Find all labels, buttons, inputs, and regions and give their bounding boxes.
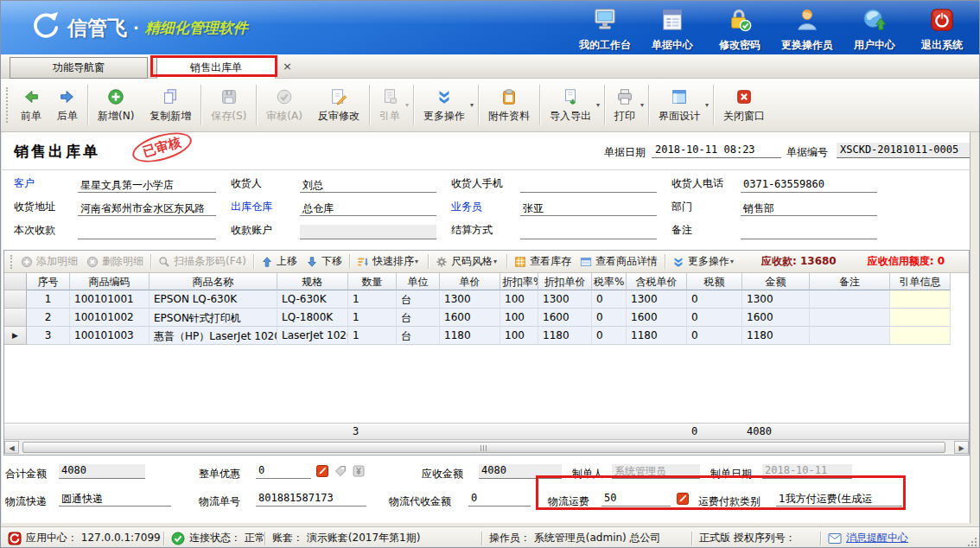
column-header[interactable]: 数量 — [348, 273, 397, 290]
column-header[interactable]: 单位 — [397, 273, 440, 290]
order-discount-field[interactable]: 0 — [256, 464, 311, 479]
table-cell[interactable]: 1 — [348, 290, 397, 309]
column-header[interactable]: 折扣率% — [500, 273, 538, 290]
cod-amount-field[interactable]: 0 — [468, 492, 531, 507]
nav-user-center[interactable]: 用户中心 — [841, 7, 908, 53]
copy-add-button[interactable]: 复制新增 — [142, 79, 199, 131]
table-cell[interactable]: 1600 — [440, 309, 500, 327]
edit-discount-icon[interactable] — [316, 465, 328, 477]
column-header[interactable]: 引单信息 — [890, 273, 951, 290]
table-row[interactable]: 2100101002EPSON针式打印机LQ-1800K1台1600100160… — [4, 309, 969, 327]
receivable-amount-field[interactable]: 4080 — [479, 464, 562, 479]
add-detail-button[interactable]: 添加明细 — [16, 254, 82, 269]
table-cell[interactable]: 1300 — [742, 290, 810, 309]
status-message-center[interactable]: 消息提醒中心 — [821, 527, 915, 548]
currency-icon[interactable] — [353, 465, 365, 477]
table-cell[interactable]: 0 — [687, 327, 742, 345]
column-header[interactable]: 序号 — [27, 273, 70, 290]
column-header[interactable]: 含税单价 — [627, 273, 687, 290]
tab-function-nav[interactable]: 功能导航窗 — [10, 57, 148, 79]
import-export-button[interactable]: 导入导出 — [542, 87, 599, 124]
tag-icon[interactable] — [334, 465, 347, 477]
grid-more-actions-button[interactable]: 更多操作 ▾ — [668, 254, 741, 269]
table-cell[interactable]: 1 — [348, 309, 397, 327]
table-cell[interactable]: 0 — [687, 290, 742, 309]
view-product-detail-button[interactable]: 查看商品详情 — [576, 254, 662, 269]
table-cell[interactable]: 100101003 — [70, 327, 150, 345]
doc-date-field[interactable]: 2018-10-11 08:23 — [652, 143, 781, 158]
table-cell[interactable]: 0 — [592, 309, 627, 327]
tracking-no-field[interactable]: 801881587173 — [256, 492, 366, 507]
scrollbar-track[interactable] — [19, 441, 954, 454]
nav-document-center[interactable]: 单据中心 — [639, 7, 706, 53]
horizontal-scrollbar[interactable]: ◀ ▶ — [4, 440, 969, 455]
table-cell[interactable] — [890, 290, 951, 309]
table-row[interactable]: 1100101001EPSON LQ-630KLQ-630K1台13001001… — [4, 290, 969, 309]
table-cell[interactable]: 1300 — [627, 290, 687, 309]
table-cell[interactable]: 100101002 — [70, 309, 150, 327]
dropdown-caret[interactable]: ▾ — [493, 258, 497, 265]
edit-freight-icon[interactable] — [677, 493, 689, 505]
scan-barcode-button[interactable]: 扫描条形码(F4) — [154, 254, 251, 269]
table-cell[interactable]: 3 — [27, 327, 70, 345]
table-cell[interactable]: EPSON LQ-630K — [150, 290, 277, 309]
column-header[interactable]: 税率% — [592, 273, 627, 290]
nav-change-password[interactable]: 修改密码 — [706, 7, 773, 53]
nav-exit-system[interactable]: 退出系统 — [908, 7, 976, 53]
table-cell[interactable]: 1600 — [742, 309, 810, 327]
dropdown-caret[interactable]: ▾ — [470, 101, 474, 109]
table-cell[interactable]: 1 — [27, 290, 70, 309]
table-cell[interactable]: 100 — [500, 309, 538, 327]
table-cell[interactable] — [890, 309, 951, 327]
table-cell[interactable] — [810, 290, 890, 309]
table-cell[interactable]: 100101001 — [70, 290, 150, 309]
freight-pay-type-field[interactable]: 1我方付运费(生成运 — [776, 492, 902, 507]
close-window-button[interactable]: 关闭窗口 — [716, 79, 773, 131]
column-header[interactable]: 金额 — [742, 273, 810, 290]
toolbar-drag-handle[interactable] — [6, 87, 9, 123]
table-cell[interactable]: LQ-1800K — [277, 309, 348, 327]
column-header[interactable]: 规格 — [277, 273, 348, 290]
table-cell[interactable]: 0 — [687, 309, 742, 327]
nav-switch-operator[interactable]: 更换操作员 — [773, 7, 841, 53]
table-cell[interactable]: 1300 — [538, 290, 592, 309]
table-row[interactable]: ▶3100101003惠普（HP）LaserJet 1020LaserJet 1… — [4, 327, 969, 345]
scroll-right-arrow[interactable]: ▶ — [954, 441, 969, 454]
table-cell[interactable]: 1300 — [440, 290, 500, 309]
next-doc-button[interactable]: 后单 — [49, 79, 86, 131]
table-cell[interactable]: 1180 — [440, 327, 500, 345]
table-cell[interactable]: 1600 — [627, 309, 687, 327]
total-amount-field[interactable]: 4080 — [59, 464, 145, 479]
table-cell[interactable]: 1180 — [627, 327, 687, 345]
size-style-button[interactable]: 尺码风格 ▾ — [431, 254, 504, 269]
move-down-button[interactable]: 下移 — [302, 254, 347, 269]
dropdown-caret[interactable]: ▾ — [405, 101, 409, 109]
table-cell[interactable] — [810, 309, 890, 327]
column-header[interactable]: 税额 — [687, 273, 742, 290]
table-cell[interactable]: 1180 — [538, 327, 592, 345]
dropdown-caret[interactable]: ▾ — [596, 101, 600, 109]
print-button[interactable]: 打印 — [607, 87, 643, 124]
nav-my-workbench[interactable]: 我的工作台 — [571, 7, 639, 53]
doc-no-field[interactable]: XSCKD-20181011-0005 — [837, 143, 970, 158]
table-cell[interactable]: 0 — [592, 327, 627, 345]
ref-doc-button[interactable]: 引单 — [372, 87, 408, 124]
table-cell[interactable]: EPSON针式打印机 — [150, 309, 277, 327]
table-cell[interactable] — [810, 327, 890, 345]
table-cell[interactable] — [890, 327, 951, 345]
table-cell[interactable]: 2 — [27, 309, 70, 327]
dropdown-caret[interactable]: ▾ — [705, 101, 709, 109]
express-field[interactable]: 圆通快递 — [59, 492, 171, 507]
prev-doc-button[interactable]: 前单 — [13, 79, 49, 131]
table-cell[interactable]: 惠普（HP）LaserJet 1020 — [150, 327, 277, 345]
table-cell[interactable]: 1180 — [742, 327, 810, 345]
more-actions-button[interactable]: 更多操作 — [416, 87, 473, 124]
scroll-left-arrow[interactable]: ◀ — [4, 441, 19, 454]
ui-design-button[interactable]: 界面设计 — [651, 87, 708, 124]
move-up-button[interactable]: 上移 — [257, 254, 302, 269]
dropdown-caret[interactable]: ▾ — [730, 258, 734, 265]
table-cell[interactable]: 台 — [397, 309, 440, 327]
column-header[interactable]: 商品编码 — [70, 273, 150, 290]
table-cell[interactable]: 台 — [397, 290, 440, 309]
table-cell[interactable]: LQ-630K — [277, 290, 348, 309]
